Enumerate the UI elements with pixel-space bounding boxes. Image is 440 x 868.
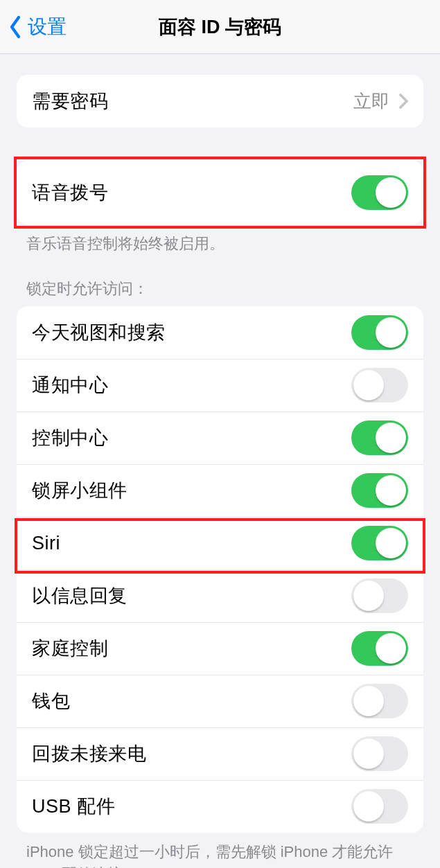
row-label: USB 配件 bbox=[32, 794, 115, 819]
allow-access-row-notification-center: 通知中心 bbox=[17, 359, 423, 411]
toggle-return-calls[interactable] bbox=[351, 736, 408, 771]
allow-access-header: 锁定时允许访问： bbox=[0, 278, 440, 306]
allow-access-row-reply-message: 以信息回复 bbox=[17, 569, 423, 622]
voice-dial-footer: 音乐语音控制将始终被启用。 bbox=[0, 224, 440, 255]
voice-dial-row: 语音拨号 bbox=[17, 161, 423, 224]
require-passcode-row[interactable]: 需要密码 立即 bbox=[17, 75, 423, 127]
content: 需要密码 立即 语音拨号 音乐语音控制将始终被启用。 锁定时允许访问： 今天视图… bbox=[0, 54, 440, 868]
toggle-wallet[interactable] bbox=[351, 684, 408, 718]
toggle-siri[interactable] bbox=[351, 526, 408, 560]
require-passcode-label: 需要密码 bbox=[32, 89, 108, 114]
allow-access-row-lock-widgets: 锁屏小组件 bbox=[17, 464, 423, 517]
voice-dial-group-wrap: 语音拨号 bbox=[17, 161, 423, 224]
row-label: 控制中心 bbox=[32, 425, 108, 450]
voice-dial-label: 语音拨号 bbox=[32, 180, 108, 205]
toggle-lock-widgets[interactable] bbox=[351, 473, 408, 508]
row-label: 回拨未接来电 bbox=[32, 741, 146, 766]
allow-access-row-usb: USB 配件 bbox=[17, 780, 423, 833]
allow-access-row-return-calls: 回拨未接来电 bbox=[17, 727, 423, 780]
require-passcode-group: 需要密码 立即 bbox=[17, 75, 423, 127]
toggle-reply-message[interactable] bbox=[351, 578, 408, 613]
toggle-today[interactable] bbox=[351, 315, 408, 350]
allow-access-row-wallet: 钱包 bbox=[17, 675, 423, 727]
row-label: Siri bbox=[32, 533, 60, 554]
row-label: 通知中心 bbox=[32, 373, 108, 398]
toggle-control-center[interactable] bbox=[351, 420, 408, 455]
toggle-home-control[interactable] bbox=[351, 631, 408, 666]
toggle-usb[interactable] bbox=[351, 789, 408, 824]
require-passcode-value: 立即 bbox=[353, 89, 389, 114]
allow-access-footer: iPhone 锁定超过一小时后，需先解锁 iPhone 才能允许 USB 配件连… bbox=[0, 833, 440, 868]
toggle-notification-center[interactable] bbox=[351, 368, 408, 402]
chevron-right-icon bbox=[399, 94, 408, 109]
nav-bar: 设置 面容 ID 与密码 bbox=[0, 0, 440, 54]
row-label: 今天视图和搜索 bbox=[32, 320, 166, 345]
back-label: 设置 bbox=[28, 14, 67, 40]
row-label: 钱包 bbox=[32, 689, 70, 714]
chevron-left-icon bbox=[8, 15, 22, 39]
allow-access-group: 今天视图和搜索 通知中心 控制中心 锁屏小组件 Siri 以信息回复 家庭控制 bbox=[17, 306, 423, 833]
row-label: 锁屏小组件 bbox=[32, 478, 127, 503]
allow-access-row-today: 今天视图和搜索 bbox=[17, 306, 423, 359]
allow-access-row-home-control: 家庭控制 bbox=[17, 622, 423, 675]
row-label: 以信息回复 bbox=[32, 583, 127, 608]
voice-dial-toggle[interactable] bbox=[351, 175, 408, 210]
allow-access-row-siri: Siri bbox=[17, 517, 423, 569]
row-label: 家庭控制 bbox=[32, 636, 108, 661]
back-button[interactable]: 设置 bbox=[0, 14, 67, 40]
allow-access-row-control-center: 控制中心 bbox=[17, 411, 423, 464]
